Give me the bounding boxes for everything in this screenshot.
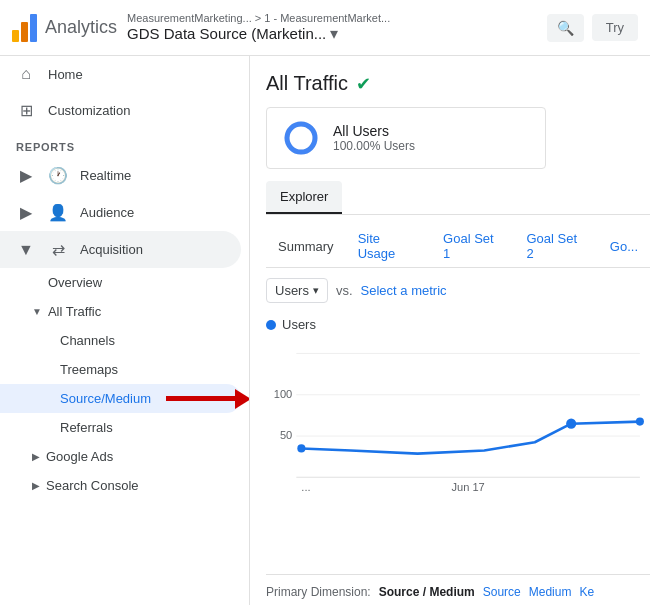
sidebar-item-audience[interactable]: ▶ 👤 Audience — [0, 194, 241, 231]
segment-name: All Users — [333, 123, 415, 139]
breadcrumb-title: GDS Data Source (Marketin... — [127, 25, 326, 42]
referrals-label: Referrals — [60, 420, 113, 435]
sidebar-item-acquisition-label: Acquisition — [80, 242, 143, 257]
sidebar-item-all-traffic[interactable]: ▼ All Traffic — [0, 297, 249, 326]
content-area: All Traffic ✔ All Users 100.00% Users Ex… — [250, 56, 650, 605]
sidebar-item-home-label: Home — [48, 67, 83, 82]
sidebar-item-treemaps[interactable]: Treemaps — [0, 355, 249, 384]
search-button[interactable]: 🔍 — [547, 14, 584, 42]
sidebar-item-audience-label: Audience — [80, 205, 134, 220]
source-medium-container: Source/Medium — [0, 384, 249, 413]
sub-tab-summary[interactable]: Summary — [266, 233, 346, 260]
sub-tab-site-usage[interactable]: Site Usage — [346, 225, 431, 267]
svg-point-11 — [566, 419, 576, 429]
verified-icon: ✔ — [356, 73, 371, 95]
dim-ke[interactable]: Ke — [579, 585, 594, 599]
content-header: All Traffic ✔ — [266, 72, 650, 95]
breadcrumb-bottom: GDS Data Source (Marketin... ▾ — [127, 24, 537, 43]
svg-text:100: 100 — [274, 388, 293, 400]
sidebar-item-realtime[interactable]: ▶ 🕐 Realtime — [0, 157, 241, 194]
all-traffic-expand-icon: ▼ — [32, 306, 42, 317]
breadcrumb-area: MeasurementMarketing... > 1 - Measuremen… — [127, 12, 537, 43]
svg-text:50: 50 — [280, 429, 292, 441]
dim-source-medium: Source / Medium — [379, 585, 475, 599]
try-button[interactable]: Try — [592, 14, 638, 41]
secondary-metric-select[interactable]: Select a metric — [361, 283, 447, 298]
realtime-expand-icon: ▶ — [16, 166, 36, 185]
vs-label: vs. — [336, 283, 353, 298]
legend-dot — [266, 320, 276, 330]
google-ads-label: Google Ads — [46, 449, 113, 464]
svg-point-1 — [287, 124, 315, 152]
sidebar-item-search-console[interactable]: ▶ Search Console — [0, 471, 249, 500]
logo-bar-orange — [21, 22, 28, 42]
sub-tabs: Summary Site Usage Goal Set 1 Goal Set 2… — [266, 225, 650, 268]
chart-legend: Users — [266, 317, 650, 332]
dim-source[interactable]: Source — [483, 585, 521, 599]
audience-expand-icon: ▶ — [16, 203, 36, 222]
red-arrow-head — [235, 389, 250, 409]
source-medium-label: Source/Medium — [60, 391, 151, 406]
svg-point-10 — [297, 444, 305, 452]
audience-icon: 👤 — [48, 203, 68, 222]
top-bar: Analytics MeasurementMarketing... > 1 - … — [0, 0, 650, 56]
donut-chart-icon — [281, 118, 321, 158]
sidebar-item-overview[interactable]: Overview — [0, 268, 249, 297]
sidebar-item-referrals[interactable]: Referrals — [0, 413, 249, 442]
primary-metric-label: Users — [275, 283, 309, 298]
metric-row: Users ▾ vs. Select a metric — [266, 278, 650, 303]
sidebar-item-home[interactable]: ⌂ Home — [0, 56, 241, 92]
search-icon: 🔍 — [557, 20, 574, 36]
breadcrumb-top: MeasurementMarketing... > 1 - Measuremen… — [127, 12, 537, 24]
sidebar-overview-label: Overview — [48, 275, 102, 290]
sidebar-item-customization[interactable]: ⊞ Customization — [0, 92, 241, 129]
customization-icon: ⊞ — [16, 101, 36, 120]
sidebar-item-customization-label: Customization — [48, 103, 130, 118]
primary-dim-label: Primary Dimension: — [266, 585, 371, 599]
logo-bar-yellow — [12, 30, 19, 42]
sidebar-item-acquisition[interactable]: ▼ ⇄ Acquisition — [0, 231, 241, 268]
reports-section-label: REPORTS — [0, 129, 249, 157]
search-console-label: Search Console — [46, 478, 139, 493]
primary-metric-select[interactable]: Users ▾ — [266, 278, 328, 303]
primary-dimension-bar: Primary Dimension: Source / Medium Sourc… — [266, 574, 650, 605]
logo-bar-blue — [30, 14, 37, 42]
tabs-bar: Explorer — [266, 181, 650, 215]
search-console-expand-icon: ▶ — [32, 480, 40, 491]
metric-dropdown-icon: ▾ — [313, 284, 319, 297]
sub-tab-goal-more[interactable]: Go... — [598, 233, 650, 260]
sidebar: ⌂ Home ⊞ Customization REPORTS ▶ 🕐 Realt… — [0, 56, 250, 605]
dim-medium[interactable]: Medium — [529, 585, 572, 599]
svg-text:Jun 17: Jun 17 — [451, 481, 484, 493]
red-arrow-line — [166, 396, 236, 401]
segment-card[interactable]: All Users 100.00% Users — [266, 107, 546, 169]
red-arrow-indicator — [166, 389, 250, 409]
sub-tab-goal-set-2[interactable]: Goal Set 2 — [514, 225, 597, 267]
acquisition-icon: ⇄ — [48, 240, 68, 259]
channels-label: Channels — [60, 333, 115, 348]
app-title: Analytics — [45, 17, 117, 38]
page-title: All Traffic — [266, 72, 348, 95]
legend-label: Users — [282, 317, 316, 332]
sidebar-item-google-ads[interactable]: ▶ Google Ads — [0, 442, 249, 471]
segment-percent: 100.00% Users — [333, 139, 415, 153]
logo-area: Analytics — [12, 14, 117, 42]
sidebar-item-channels[interactable]: Channels — [0, 326, 249, 355]
tab-explorer[interactable]: Explorer — [266, 181, 342, 214]
sub-tab-goal-set-1[interactable]: Goal Set 1 — [431, 225, 514, 267]
main-layout: ⌂ Home ⊞ Customization REPORTS ▶ 🕐 Realt… — [0, 56, 650, 605]
svg-point-12 — [636, 417, 644, 425]
treemaps-label: Treemaps — [60, 362, 118, 377]
segment-info: All Users 100.00% Users — [333, 123, 415, 153]
chart-area: Users 100 50 ... Jun 17 — [266, 317, 650, 574]
acquisition-expand-icon: ▼ — [16, 241, 36, 259]
google-ads-expand-icon: ▶ — [32, 451, 40, 462]
svg-text:...: ... — [301, 481, 310, 493]
top-bar-actions: 🔍 Try — [547, 14, 638, 42]
line-chart: 100 50 ... Jun 17 — [266, 338, 650, 498]
home-icon: ⌂ — [16, 65, 36, 83]
analytics-logo — [12, 14, 37, 42]
breadcrumb-dropdown-icon[interactable]: ▾ — [330, 24, 338, 43]
realtime-icon: 🕐 — [48, 166, 68, 185]
sidebar-item-realtime-label: Realtime — [80, 168, 131, 183]
